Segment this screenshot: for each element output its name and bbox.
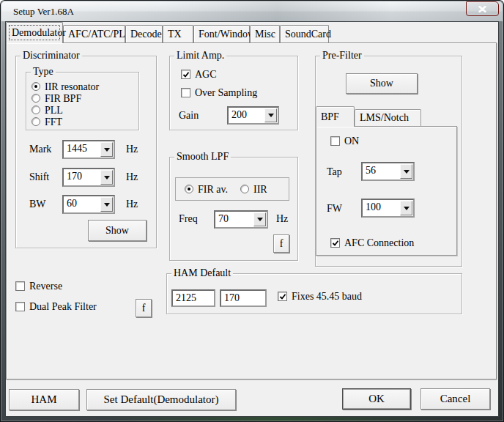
tab-label: TX — [168, 29, 182, 40]
fw-label: FW — [327, 202, 342, 215]
chevron-down-icon — [257, 218, 263, 221]
agc-checkbox[interactable] — [181, 70, 190, 79]
bw-label: BW — [29, 198, 46, 210]
show-button-label: Show — [370, 78, 393, 89]
tap-dropdown-button[interactable] — [400, 164, 412, 179]
afc-connection-checkbox[interactable] — [330, 238, 340, 248]
tab-label: Decode — [130, 29, 162, 40]
fixes-baud-checkbox[interactable] — [278, 292, 287, 301]
close-button[interactable] — [466, 1, 499, 16]
mark-dropdown-button[interactable] — [100, 142, 113, 157]
type-group: Type IIR resonator FIR BPF PLL FFT — [26, 72, 139, 130]
cancel-button[interactable]: Cancel — [420, 388, 490, 410]
dual-peak-filter-label[interactable]: Dual Peak Filter — [29, 300, 97, 313]
close-icon — [478, 6, 486, 12]
tab-label: SoundCard — [285, 29, 331, 40]
bw-dropdown-button[interactable] — [100, 197, 113, 212]
tab-demodulator[interactable]: Demodulator — [6, 22, 63, 43]
reverse-label[interactable]: Reverse — [29, 280, 62, 292]
ham-default-group: HAM Default Fixes 45.45 baud — [166, 273, 462, 314]
mark-combobox[interactable]: 1445 — [62, 140, 115, 159]
tap-value: 56 — [363, 163, 399, 179]
cancel-button-label: Cancel — [440, 393, 471, 405]
tab-tx[interactable]: TX — [163, 25, 193, 42]
type-fir-bpf-radio[interactable] — [32, 94, 40, 103]
titlebar[interactable]: Setup Ver1.68A — [1, 1, 503, 21]
iir-label[interactable]: IIR — [253, 183, 267, 196]
ok-button[interactable]: OK — [342, 388, 411, 410]
type-group-label: Type — [31, 65, 56, 78]
tab-font-window[interactable]: Font/Window — [193, 25, 250, 42]
set-default-button[interactable]: Set Default(Demodulator) — [86, 389, 236, 410]
freq-unit: Hz — [276, 212, 288, 225]
mark-label: Mark — [29, 143, 51, 155]
gain-dropdown-button[interactable] — [264, 108, 277, 122]
ham-button-label: HAM — [31, 393, 56, 406]
tab-decode[interactable]: Decode — [125, 25, 163, 42]
type-fir-bpf-label[interactable]: FIR BPF — [45, 92, 81, 105]
gain-value: 200 — [229, 108, 264, 123]
type-iir-resonator-label[interactable]: IIR resonator — [45, 81, 99, 93]
agc-label[interactable]: AGC — [195, 68, 217, 81]
chevron-down-icon — [104, 148, 110, 152]
fw-dropdown-button[interactable] — [400, 201, 412, 215]
freq-value: 70 — [215, 212, 253, 227]
bw-unit: Hz — [126, 198, 138, 210]
tab-afc-atc-pll[interactable]: AFC/ATC/PLL — [63, 25, 125, 42]
discriminator-group: Discriminator Type IIR resonator FIR BPF… — [15, 56, 157, 248]
fw-combobox[interactable]: 100 — [361, 199, 415, 218]
fir-av-radio[interactable] — [185, 185, 193, 193]
discriminator-show-button[interactable]: Show — [88, 220, 147, 241]
bpf-panel: ON Tap 56 FW 100 AFC Connection — [316, 126, 457, 256]
freq-combobox[interactable]: 70 — [214, 210, 268, 229]
fir-av-label[interactable]: FIR av. — [198, 183, 228, 196]
type-fft-radio[interactable] — [32, 117, 40, 126]
pre-filter-group-label: Pre-Filter — [320, 49, 364, 62]
tab-label: AFC/ATC/PLL — [68, 29, 131, 40]
shift-combobox[interactable]: 170 — [62, 168, 115, 187]
bw-combobox[interactable]: 60 — [62, 195, 115, 214]
dual-peak-f-button[interactable]: f — [136, 299, 152, 317]
smooth-lpf-f-button[interactable]: f — [273, 234, 289, 253]
dialog-body: Demodulator AFC/ATC/PLL Decode TX Font/W… — [6, 22, 498, 416]
tap-combobox[interactable]: 56 — [361, 162, 415, 181]
tab-soundcard[interactable]: SoundCard — [280, 25, 329, 42]
pre-filter-show-button[interactable]: Show — [346, 73, 418, 94]
iir-radio[interactable] — [240, 185, 249, 193]
reverse-checkbox[interactable] — [15, 281, 25, 291]
mark-value: 1445 — [64, 141, 100, 158]
tab-label: Font/Window — [199, 29, 255, 40]
ham-button[interactable]: HAM — [9, 389, 79, 410]
fw-value: 100 — [363, 200, 399, 216]
limit-amp-group: Limit Amp. AGC Over Sampling Gain 200 — [169, 56, 298, 130]
tap-label: Tap — [327, 166, 342, 178]
shift-label: Shift — [29, 171, 49, 183]
bpf-on-label[interactable]: ON — [344, 135, 359, 147]
window-frame: Setup Ver1.68A Demodulator AFC/ATC/PLL D… — [0, 0, 504, 422]
freq-dropdown-button[interactable] — [253, 212, 266, 226]
type-pll-label[interactable]: PLL — [45, 104, 63, 116]
ham-shift-field[interactable] — [220, 289, 267, 307]
bpf-on-checkbox[interactable] — [330, 136, 340, 146]
over-sampling-checkbox[interactable] — [181, 88, 190, 97]
tab-misc[interactable]: Misc — [250, 25, 280, 42]
ham-mark-field[interactable] — [171, 289, 215, 307]
smooth-lpf-group: Smooth LPF FIR av. IIR Freq 70 Hz f — [169, 157, 298, 261]
check-icon — [279, 293, 286, 300]
pre-filter-group: Pre-Filter Show BPF LMS/Notch ON Tap — [315, 56, 462, 267]
fixes-baud-label[interactable]: Fixes 45.45 baud — [292, 290, 362, 303]
over-sampling-label[interactable]: Over Sampling — [195, 86, 257, 99]
gain-combobox[interactable]: 200 — [227, 106, 279, 125]
dual-peak-filter-checkbox[interactable] — [15, 302, 25, 311]
subtab-bpf[interactable]: BPF — [316, 106, 355, 127]
type-pll-radio[interactable] — [32, 106, 40, 114]
chevron-down-icon — [104, 203, 110, 207]
type-iir-resonator-radio[interactable] — [32, 82, 40, 91]
afc-connection-label[interactable]: AFC Connection — [344, 237, 414, 249]
subtab-lms-notch[interactable]: LMS/Notch — [355, 109, 421, 126]
type-fft-label[interactable]: FFT — [45, 116, 62, 128]
smooth-lpf-group-label: Smooth LPF — [174, 150, 231, 163]
limit-amp-group-label: Limit Amp. — [174, 49, 226, 62]
shift-dropdown-button[interactable] — [100, 170, 113, 185]
tab-label: Misc — [255, 29, 275, 40]
